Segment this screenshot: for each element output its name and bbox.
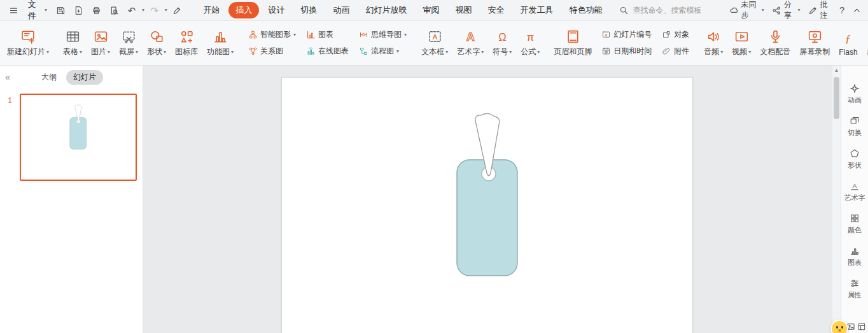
help-button[interactable]: ? <box>839 5 844 15</box>
tab-review[interactable]: 审阅 <box>416 2 446 18</box>
online-chart-button[interactable]: 在线图表 <box>304 45 351 57</box>
comment-button[interactable]: 批注 <box>808 0 832 21</box>
hyperlink-button: 超链 <box>862 22 868 64</box>
print-preview-button[interactable] <box>106 3 122 18</box>
function-diagram-icon <box>213 29 228 45</box>
mascot-eye <box>836 326 838 329</box>
search-placeholder: 查找命令、搜索模板 <box>633 5 701 16</box>
chart-button[interactable]: 图表 <box>304 29 351 41</box>
wordart-letter-icon: A <box>850 181 860 191</box>
menu-tab-bar: 开始 插入 设计 切换 动画 幻灯片放映 审阅 视图 安全 开发工具 特色功能 <box>196 2 609 18</box>
slide-number-label: 1 <box>0 94 20 181</box>
tab-transition[interactable]: 切换 <box>293 2 324 18</box>
shapes-button[interactable]: 形状▾ <box>143 22 171 64</box>
slide-thumbnail-preview <box>21 95 136 180</box>
smart-graphics-button[interactable]: 智能图形 ▾ <box>246 29 298 41</box>
sidebar-item-color[interactable]: 颜色 <box>848 213 862 235</box>
corner-template-icon[interactable] <box>857 322 866 331</box>
symbol-button[interactable]: Ω 符号▾ <box>488 22 516 64</box>
ribbon-column: 图表 在线图表 <box>301 22 354 64</box>
tab-insert[interactable]: 插入 <box>228 2 259 18</box>
tab-outline[interactable]: 大纲 <box>34 70 64 85</box>
assistant-mascot-button[interactable] <box>830 320 848 333</box>
svg-text:π: π <box>526 31 534 43</box>
corner-widgets <box>846 322 866 331</box>
mind-map-button[interactable]: 思维导图 ▾ <box>357 29 409 41</box>
slide-page[interactable] <box>281 77 693 333</box>
tab-view[interactable]: 视图 <box>448 2 479 18</box>
ribbon: 新建幻灯片▾ 表格▾ 图片▾ 截屏▾ 形状▾ 图标库 功能图▾ 智能图形 ▾ 关… <box>0 21 868 66</box>
file-menu-label: 文件 <box>28 0 43 22</box>
attachment-button[interactable]: 附件 <box>660 45 691 57</box>
slide-number-button[interactable]: # 幻灯片编号 <box>599 29 654 41</box>
redo-dropdown-caret-icon[interactable]: ▾ <box>165 8 167 13</box>
table-button[interactable]: 表格▾ <box>59 22 87 64</box>
video-button[interactable]: 视频▾ <box>727 22 755 64</box>
text-box-button[interactable]: A 文本框▾ <box>417 22 452 64</box>
editor-canvas[interactable]: ▲ <box>143 66 841 333</box>
collapse-ribbon-button[interactable] <box>852 6 862 15</box>
hamburger-menu-icon[interactable] <box>6 3 22 18</box>
chevron-down-icon: ▾ <box>445 50 448 55</box>
flowchart-button[interactable]: 流程图 ▾ <box>357 45 409 57</box>
new-slide-button[interactable]: 新建幻灯片▾ <box>3 22 53 64</box>
sidebar-item-properties[interactable]: 属性 <box>848 278 862 300</box>
sidebar-item-transition[interactable]: 切换 <box>848 116 862 138</box>
flash-button[interactable]: ƒ Flash <box>834 22 862 64</box>
scrollbar-thumb[interactable] <box>834 77 839 119</box>
titlebar: 文件 ▾ ↶ ▾ ↷ ▾ 开始 插入 设计 切换 动画 幻灯片放映 审阅 视图 … <box>0 0 868 21</box>
tab-developer-tools[interactable]: 开发工具 <box>513 2 560 18</box>
tab-start[interactable]: 开始 <box>196 2 227 18</box>
print-button[interactable] <box>89 3 104 18</box>
relation-diagram-button[interactable]: 关系图 <box>246 45 298 57</box>
picture-button[interactable]: 图片▾ <box>87 22 115 64</box>
video-icon <box>734 29 750 45</box>
export-pdf-button[interactable] <box>71 3 87 18</box>
sidebar-item-wordart[interactable]: A 艺术字 <box>844 181 865 202</box>
file-menu[interactable]: 文件 ▾ <box>24 0 51 22</box>
undo-dropdown-caret-icon[interactable]: ▾ <box>142 8 144 13</box>
collapse-panel-icon[interactable]: « <box>5 72 19 82</box>
undo-button[interactable]: ↶ <box>124 3 139 18</box>
tab-animation[interactable]: 动画 <box>326 2 356 18</box>
command-search-input[interactable]: 查找命令、搜索模板 <box>619 5 726 16</box>
chevron-down-icon: ▾ <box>164 50 166 55</box>
word-art-button[interactable]: A 艺术字▾ <box>452 22 488 64</box>
chevron-up-icon <box>852 6 862 15</box>
formula-button[interactable]: π 公式▾ <box>516 22 544 64</box>
redo-button[interactable]: ↷ <box>147 3 162 18</box>
tab-security[interactable]: 安全 <box>480 2 511 18</box>
vertical-scrollbar[interactable]: ▲ <box>832 66 841 333</box>
sidebar-item-chart[interactable]: 图表 <box>848 246 862 267</box>
tab-design[interactable]: 设计 <box>261 2 291 18</box>
screen-record-button[interactable]: 屏幕录制 <box>795 22 834 64</box>
share-button[interactable]: 分享 ▾ <box>772 0 801 21</box>
chevron-down-icon: ▾ <box>136 50 138 55</box>
audio-button[interactable]: 音频▾ <box>699 22 727 64</box>
icon-library-button[interactable]: 图标库 <box>171 22 202 64</box>
sidebar-item-shape[interactable]: 形状 <box>848 148 862 170</box>
doc-dubbing-button[interactable]: 文档配音 <box>755 22 795 64</box>
tab-slideshow[interactable]: 幻灯片放映 <box>358 2 414 18</box>
function-diagram-button[interactable]: 功能图▾ <box>202 22 238 64</box>
bar-chart-icon <box>850 246 860 256</box>
mascot-eye <box>841 326 843 329</box>
object-icon <box>662 30 671 39</box>
audio-icon <box>706 29 722 45</box>
smart-graphics-icon <box>248 30 258 39</box>
scroll-up-icon[interactable]: ▲ <box>834 67 839 73</box>
slide-thumbnail[interactable] <box>20 94 137 181</box>
header-footer-button[interactable]: 页眉和页脚 <box>549 22 596 64</box>
tag-shape-drawing[interactable] <box>282 78 694 333</box>
sync-status-button[interactable]: 未同步 ▾ <box>729 0 764 21</box>
tab-slides[interactable]: 幻灯片 <box>66 70 103 85</box>
tab-special-features[interactable]: 特色功能 <box>562 2 609 18</box>
chevron-down-icon: ▾ <box>45 8 47 13</box>
save-button[interactable] <box>53 3 69 18</box>
sliders-icon <box>850 278 860 288</box>
object-button[interactable]: 对象 <box>660 29 691 41</box>
sidebar-item-animation[interactable]: 动画 <box>848 83 862 105</box>
format-painter-icon[interactable] <box>170 3 185 18</box>
screenshot-button[interactable]: 截屏▾ <box>115 22 143 64</box>
datetime-button[interactable]: 日期和时间 <box>599 45 654 57</box>
